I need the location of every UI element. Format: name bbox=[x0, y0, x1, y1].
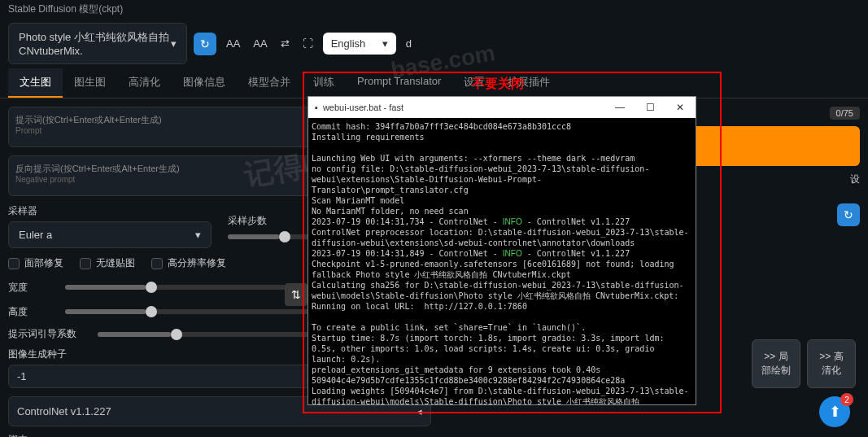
model-section-label: Stable Diffusion 模型(ckpt) bbox=[0, 0, 868, 19]
cfg-label: 提示词引导系数 bbox=[8, 327, 89, 341]
swap-icon[interactable]: ⇄ bbox=[277, 34, 293, 53]
face-restore-checkbox[interactable]: 面部修复 bbox=[8, 256, 63, 270]
chevron-icon: ◂ bbox=[417, 405, 422, 417]
tab-img2img[interactable]: 图生图 bbox=[63, 68, 117, 98]
chevron-down-icon: ▾ bbox=[382, 37, 388, 50]
font-size-down[interactable]: AA bbox=[223, 34, 243, 53]
width-label: 宽度 bbox=[8, 281, 57, 295]
maximize-button[interactable]: ☐ bbox=[641, 100, 660, 115]
chevron-down-icon: ▾ bbox=[195, 229, 201, 241]
font-size-up[interactable]: AA bbox=[250, 34, 270, 53]
minimize-button[interactable]: — bbox=[610, 100, 630, 115]
inpaint-button[interactable]: >> 局部绘制 bbox=[752, 339, 800, 388]
token-counter: 0/75 bbox=[830, 107, 860, 120]
tab-upscale[interactable]: 高清化 bbox=[117, 68, 172, 98]
swap-dimensions-button[interactable]: ⇅ bbox=[285, 283, 308, 306]
chevron-down-icon: ▾ bbox=[171, 37, 177, 50]
fullscreen-icon[interactable]: ⛶ bbox=[299, 34, 316, 53]
tab-merge[interactable]: 模型合并 bbox=[237, 68, 302, 98]
fab-badge: 2 bbox=[840, 393, 853, 406]
script-label: 脚本 bbox=[8, 433, 431, 437]
refresh-model-button[interactable]: ↻ bbox=[194, 33, 216, 55]
language-dropdown[interactable]: English ▾ bbox=[323, 33, 396, 55]
terminal-icon: ▪ bbox=[315, 103, 318, 112]
height-label: 高度 bbox=[8, 305, 57, 319]
terminal-window: ▪ webui-user.bat - fast — ☐ ✕ Commit has… bbox=[308, 96, 696, 405]
language-value: English bbox=[331, 37, 366, 50]
tab-imginfo[interactable]: 图像信息 bbox=[172, 68, 237, 98]
highlight-label: 不要关闭 bbox=[472, 76, 524, 93]
model-dropdown[interactable]: Photo style 小红书纯欲风格自拍 CNvtuberMix. ▾ bbox=[8, 23, 187, 64]
terminal-title: webui-user.bat - fast bbox=[323, 103, 403, 112]
hires-fix-checkbox[interactable]: 高分辨率修复 bbox=[151, 256, 226, 270]
toolbar: Photo style 小红书纯欲风格自拍 CNvtuberMix. ▾ ↻ A… bbox=[0, 19, 868, 68]
tiling-checkbox[interactable]: 无缝贴图 bbox=[80, 256, 135, 270]
terminal-output[interactable]: Commit hash: 394ffa7b0a7fff3ec484bcd084e… bbox=[308, 118, 696, 404]
tab-txt2img[interactable]: 文生图 bbox=[8, 68, 63, 98]
sampler-dropdown[interactable]: Euler a▾ bbox=[8, 221, 212, 248]
refresh-styles-button[interactable]: ↻ bbox=[837, 203, 860, 226]
close-button[interactable]: ✕ bbox=[671, 100, 689, 115]
tab-train[interactable]: 训练 bbox=[302, 68, 346, 98]
sampler-label: 采样器 bbox=[8, 204, 212, 218]
upload-fab[interactable]: ⬆ 2 bbox=[819, 396, 850, 427]
hires-button[interactable]: >> 高清化 bbox=[807, 339, 856, 388]
tab-prompt-translator[interactable]: Prompt Translator bbox=[346, 68, 452, 98]
main-tabs: 文生图 图生图 高清化 图像信息 模型合并 训练 Prompt Translat… bbox=[0, 68, 868, 98]
model-value: Photo style 小红书纯欲风格自拍 CNvtuberMix. bbox=[19, 30, 171, 57]
lang-suffix: d bbox=[403, 34, 415, 53]
